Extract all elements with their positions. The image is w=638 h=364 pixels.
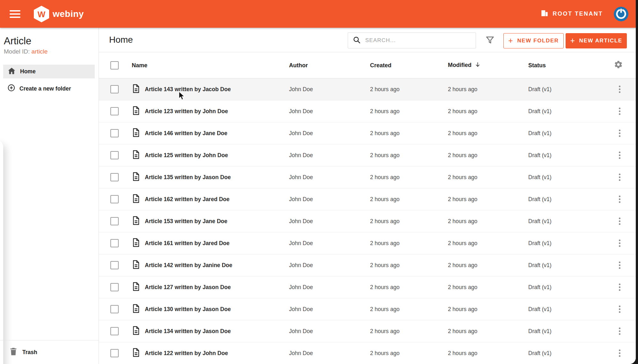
row-checkbox[interactable] xyxy=(110,327,119,335)
row-checkbox[interactable] xyxy=(110,151,119,159)
filter-funnel-icon[interactable] xyxy=(485,35,496,46)
article-name-link[interactable]: Article 134 written by Jason Doe xyxy=(145,328,231,335)
row-checkbox[interactable] xyxy=(110,217,119,225)
row-checkbox[interactable] xyxy=(110,85,119,93)
article-name-link[interactable]: Article 153 written by Jane Doe xyxy=(145,218,227,225)
row-checkbox[interactable] xyxy=(110,173,119,181)
table-row[interactable]: Article 135 written by Jason Doe John Do… xyxy=(99,166,636,188)
tenant-selector[interactable]: ROOT TENANT xyxy=(540,9,603,19)
model-id-value: article xyxy=(32,48,48,55)
article-name-link[interactable]: Article 162 written by Jared Doe xyxy=(145,196,230,203)
document-icon xyxy=(132,128,140,139)
table-row[interactable]: Article 153 written by Jane Doe John Doe… xyxy=(99,210,636,232)
article-name-link[interactable]: Article 127 written by Jason Doe xyxy=(145,284,231,291)
article-name-link[interactable]: Article 125 written by John Doe xyxy=(145,152,228,159)
table-row[interactable]: Article 134 written by Jason Doe John Do… xyxy=(99,320,636,342)
sidebar-item-home-label: Home xyxy=(20,68,36,75)
sidebar-item-home[interactable]: Home xyxy=(3,65,95,78)
row-checkbox[interactable] xyxy=(110,261,119,269)
row-menu-button[interactable] xyxy=(617,326,622,337)
article-name-link[interactable]: Article 122 written by John Doe xyxy=(145,350,228,357)
author-cell: John Doe xyxy=(289,306,313,313)
row-checkbox[interactable] xyxy=(110,283,119,291)
model-id-label: Model ID: xyxy=(4,48,30,55)
article-name-link[interactable]: Article 135 written by Jason Doe xyxy=(145,174,231,181)
article-name-link[interactable]: Article 146 written by Jane Doe xyxy=(145,130,227,137)
table-row[interactable]: Article 161 written by Jared Doe John Do… xyxy=(99,232,636,254)
author-cell: John Doe xyxy=(289,240,313,247)
table-row[interactable]: Article 130 written by Jason Doe John Do… xyxy=(99,298,636,320)
article-name-link[interactable]: Article 123 written by John Doe xyxy=(145,108,228,115)
row-checkbox[interactable] xyxy=(110,195,119,203)
row-menu-button[interactable] xyxy=(617,260,622,271)
row-menu-button[interactable] xyxy=(617,216,622,227)
row-menu-button[interactable] xyxy=(617,194,622,205)
menu-icon[interactable] xyxy=(10,10,20,18)
article-name-link[interactable]: Article 142 written by Janine Doe xyxy=(145,262,232,269)
status-cell: Draft (v1) xyxy=(528,108,552,115)
search-icon xyxy=(353,36,361,45)
row-checkbox[interactable] xyxy=(110,305,119,313)
status-cell: Draft (v1) xyxy=(528,328,552,335)
create-folder-label: Create a new folder xyxy=(19,85,71,92)
created-cell: 2 hours ago xyxy=(370,306,399,313)
column-header-modified[interactable]: Modified xyxy=(448,62,481,69)
article-name-link[interactable]: Article 143 written by Jacob Doe xyxy=(145,86,231,93)
row-menu-button[interactable] xyxy=(617,172,622,183)
modified-cell: 2 hours ago xyxy=(448,196,477,203)
author-cell: John Doe xyxy=(289,86,313,93)
trash-icon xyxy=(10,347,17,357)
table-row[interactable]: Article 127 written by Jason Doe John Do… xyxy=(99,276,636,298)
document-icon xyxy=(132,326,140,337)
row-checkbox[interactable] xyxy=(110,107,119,115)
table-row[interactable]: Article 143 written by Jacob Doe John Do… xyxy=(99,78,636,100)
article-name-link[interactable]: Article 130 written by Jason Doe xyxy=(145,306,231,313)
author-cell: John Doe xyxy=(289,350,313,357)
created-cell: 2 hours ago xyxy=(370,328,399,335)
search-input[interactable] xyxy=(365,37,476,44)
sort-desc-arrow-icon xyxy=(475,62,481,69)
column-header-created[interactable]: Created xyxy=(370,62,391,69)
created-cell: 2 hours ago xyxy=(370,262,399,269)
column-header-author[interactable]: Author xyxy=(289,62,308,69)
modified-cell: 2 hours ago xyxy=(448,284,477,291)
table-row[interactable]: Article 146 written by Jane Doe John Doe… xyxy=(99,122,636,144)
column-header-name[interactable]: Name xyxy=(132,62,147,69)
row-menu-button[interactable] xyxy=(617,106,622,117)
create-folder-button[interactable]: Create a new folder xyxy=(7,83,95,94)
row-checkbox[interactable] xyxy=(110,349,119,357)
status-cell: Draft (v1) xyxy=(528,218,552,225)
row-menu-button[interactable] xyxy=(617,128,622,139)
author-cell: John Doe xyxy=(289,130,313,137)
modified-cell: 2 hours ago xyxy=(448,218,477,225)
article-name-link[interactable]: Article 161 written by Jared Doe xyxy=(145,240,230,247)
row-menu-button[interactable] xyxy=(617,84,622,95)
table-row[interactable]: Article 162 written by Jared Doe John Do… xyxy=(99,188,636,210)
table-row[interactable]: Article 142 written by Janine Doe John D… xyxy=(99,254,636,276)
row-menu-button[interactable] xyxy=(617,304,622,315)
trash-button[interactable]: Trash xyxy=(0,340,99,364)
modified-cell: 2 hours ago xyxy=(448,152,477,159)
table-row[interactable]: Article 122 written by John Doe John Doe… xyxy=(99,342,636,364)
column-header-modified-label: Modified xyxy=(448,62,471,69)
document-icon xyxy=(132,84,140,95)
table-row[interactable]: Article 125 written by John Doe John Doe… xyxy=(99,144,636,166)
list-toolbar: Home + NEW FOLDER + xyxy=(99,28,636,52)
row-checkbox[interactable] xyxy=(110,129,119,137)
table-row[interactable]: Article 123 written by John Doe John Doe… xyxy=(99,100,636,122)
document-icon xyxy=(132,172,140,183)
new-article-button[interactable]: + NEW ARTICLE xyxy=(566,33,627,48)
row-menu-button[interactable] xyxy=(617,282,622,293)
row-menu-button[interactable] xyxy=(617,150,622,161)
column-header-status[interactable]: Status xyxy=(528,62,546,69)
select-all-checkbox[interactable] xyxy=(110,61,119,69)
modified-cell: 2 hours ago xyxy=(448,130,477,137)
row-menu-button[interactable] xyxy=(617,348,622,359)
modified-cell: 2 hours ago xyxy=(448,350,477,357)
row-menu-button[interactable] xyxy=(617,238,622,249)
gear-icon[interactable] xyxy=(614,60,623,71)
new-folder-button[interactable]: + NEW FOLDER xyxy=(503,33,564,48)
gravatar-avatar[interactable] xyxy=(614,7,628,21)
new-article-label: NEW ARTICLE xyxy=(579,38,622,44)
row-checkbox[interactable] xyxy=(110,239,119,247)
